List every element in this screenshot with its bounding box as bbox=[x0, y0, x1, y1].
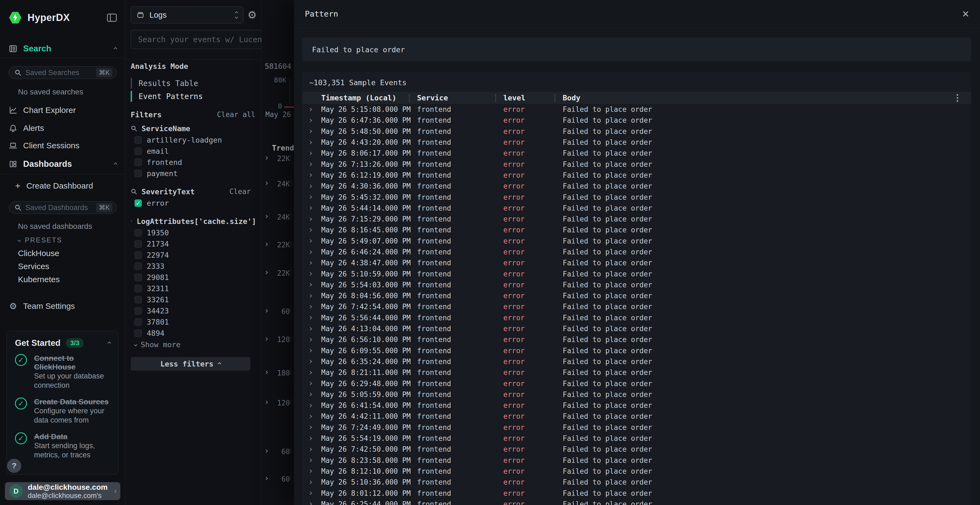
row-expander[interactable] bbox=[302, 240, 313, 242]
less-filters-button[interactable]: Less filters bbox=[130, 357, 250, 371]
chevron-right-icon[interactable] bbox=[264, 243, 268, 246]
row-expander[interactable] bbox=[302, 382, 313, 385]
row-expander[interactable] bbox=[302, 295, 313, 297]
create-dashboard-button[interactable]: + Create Dashboard bbox=[15, 179, 117, 192]
row-expander[interactable] bbox=[302, 284, 313, 286]
presets-toggle[interactable]: PRESETS bbox=[18, 236, 62, 244]
trend-row[interactable]: 60 bbox=[262, 447, 294, 456]
row-expander[interactable] bbox=[302, 141, 313, 144]
filter-option[interactable]: payment bbox=[126, 168, 256, 179]
row-expander[interactable] bbox=[302, 262, 313, 264]
table-row[interactable]: May 26 5:05:59.000 PMfrontenderrorFailed… bbox=[302, 389, 971, 400]
table-row[interactable]: May 26 5:10:36.000 PMfrontenderrorFailed… bbox=[302, 477, 971, 488]
user-account-chip[interactable]: D dale@clickhouse.com dale@clickhouse.co… bbox=[5, 482, 120, 500]
table-row[interactable]: May 26 5:56:44.000 PMfrontenderrorFailed… bbox=[302, 312, 971, 323]
trend-row[interactable]: 120 bbox=[262, 335, 294, 344]
row-expander[interactable] bbox=[302, 306, 313, 308]
search-icon[interactable] bbox=[130, 218, 132, 224]
filter-option[interactable]: 19350 bbox=[126, 227, 256, 238]
sidebar-item-dashboards[interactable]: Dashboards bbox=[9, 158, 117, 170]
table-row[interactable]: May 26 6:09:55.000 PMfrontenderrorFailed… bbox=[302, 345, 971, 356]
col-timestamp[interactable]: Timestamp (Local) bbox=[321, 94, 417, 102]
chevron-right-icon[interactable] bbox=[264, 477, 268, 480]
table-row[interactable]: May 26 6:12:19.000 PMfrontenderrorFailed… bbox=[302, 170, 971, 181]
sidebar-item-client-sessions[interactable]: Client Sessions bbox=[9, 139, 117, 152]
chevron-right-icon[interactable] bbox=[264, 400, 268, 404]
table-row[interactable]: May 26 5:49:07.000 PMfrontenderrorFailed… bbox=[302, 236, 971, 246]
clear-all-link[interactable]: Clear all bbox=[217, 110, 255, 119]
checkbox[interactable] bbox=[134, 318, 142, 326]
table-row[interactable]: May 26 8:01:12.000 PMfrontenderrorFailed… bbox=[302, 488, 971, 499]
row-expander[interactable] bbox=[302, 218, 313, 221]
table-row[interactable]: May 26 5:54:03.000 PMfrontenderrorFailed… bbox=[302, 279, 971, 290]
get-started-item[interactable]: ✓Add DataStart sending logs, metrics, or… bbox=[15, 432, 113, 460]
filter-option[interactable]: ✓error bbox=[126, 197, 256, 209]
table-row[interactable]: May 26 6:25:44.000 PMfrontenderrorFailed… bbox=[302, 499, 971, 505]
checkbox[interactable] bbox=[134, 136, 142, 144]
col-level[interactable]: level bbox=[503, 94, 563, 102]
close-icon[interactable]: × bbox=[962, 8, 969, 20]
table-row[interactable]: May 26 5:48:50.000 PMfrontenderrorFailed… bbox=[302, 126, 971, 137]
row-expander[interactable] bbox=[302, 152, 313, 154]
filter-option[interactable]: 32311 bbox=[126, 283, 256, 294]
table-row[interactable]: May 26 4:42:11.000 PMfrontenderrorFailed… bbox=[302, 411, 971, 422]
row-expander[interactable] bbox=[302, 503, 313, 505]
row-expander[interactable] bbox=[302, 338, 313, 341]
row-expander[interactable] bbox=[302, 174, 313, 176]
row-expander[interactable] bbox=[302, 470, 313, 472]
sidebar-item-team-settings[interactable]: ⚙ Team Settings bbox=[9, 300, 117, 312]
filter-group-clear-link[interactable]: Clear bbox=[229, 187, 251, 195]
checkbox[interactable] bbox=[134, 307, 142, 314]
checkbox[interactable] bbox=[134, 229, 142, 237]
row-expander[interactable] bbox=[302, 130, 313, 132]
table-row[interactable]: May 26 7:15:29.000 PMfrontenderrorFailed… bbox=[302, 214, 971, 224]
row-expander[interactable] bbox=[302, 316, 313, 319]
filter-option[interactable]: 34423 bbox=[126, 305, 256, 316]
table-row[interactable]: May 26 8:12:10.000 PMfrontenderrorFailed… bbox=[302, 466, 971, 477]
table-row[interactable]: May 26 5:15:08.000 PMfrontenderrorFailed… bbox=[302, 104, 971, 115]
table-options-kebab-icon[interactable] bbox=[956, 97, 958, 99]
table-row[interactable]: May 26 5:54:19.000 PMfrontenderrorFailed… bbox=[302, 433, 971, 444]
table-row[interactable]: May 26 6:46:24.000 PMfrontenderrorFailed… bbox=[302, 246, 971, 257]
row-expander[interactable] bbox=[302, 327, 313, 330]
chevron-right-icon[interactable] bbox=[264, 309, 268, 313]
chevron-up-icon[interactable] bbox=[114, 47, 117, 51]
table-row[interactable]: May 26 4:43:20.000 PMfrontenderrorFailed… bbox=[302, 137, 971, 148]
row-expander[interactable] bbox=[302, 404, 313, 407]
checkbox[interactable]: ✓ bbox=[134, 199, 142, 207]
filter-option[interactable]: frontend bbox=[126, 157, 256, 168]
table-row[interactable]: May 26 6:56:10.000 PMfrontenderrorFailed… bbox=[302, 334, 971, 345]
checkbox[interactable] bbox=[134, 170, 142, 177]
row-expander[interactable] bbox=[302, 119, 313, 122]
row-expander[interactable] bbox=[302, 196, 313, 199]
row-expander[interactable] bbox=[302, 492, 313, 494]
filter-option[interactable]: 21734 bbox=[126, 238, 256, 249]
row-expander[interactable] bbox=[302, 393, 313, 395]
checkbox[interactable] bbox=[134, 285, 142, 292]
filter-option[interactable]: 2333 bbox=[126, 260, 256, 272]
chevron-right-icon[interactable] bbox=[264, 337, 268, 341]
row-expander[interactable] bbox=[302, 481, 313, 483]
row-expander[interactable] bbox=[302, 229, 313, 231]
row-expander[interactable] bbox=[302, 459, 313, 462]
table-row[interactable]: May 26 8:16:45.000 PMfrontenderrorFailed… bbox=[302, 224, 971, 235]
chevron-up-icon[interactable] bbox=[114, 162, 117, 166]
chevron-right-icon[interactable] bbox=[264, 181, 268, 185]
table-row[interactable]: May 26 6:41:54.000 PMfrontenderrorFailed… bbox=[302, 400, 971, 411]
row-expander[interactable] bbox=[302, 426, 313, 429]
trend-row[interactable]: 22K bbox=[262, 154, 294, 163]
table-row[interactable]: May 26 6:47:36.000 PMfrontenderrorFailed… bbox=[302, 115, 971, 126]
table-row[interactable]: May 26 8:23:58.000 PMfrontenderrorFailed… bbox=[302, 455, 971, 466]
checkbox[interactable] bbox=[134, 240, 142, 248]
checkbox[interactable] bbox=[134, 251, 142, 259]
checkbox[interactable] bbox=[134, 148, 142, 155]
row-expander[interactable] bbox=[302, 415, 313, 418]
mode-results-table[interactable]: Results Table bbox=[130, 77, 198, 89]
filter-option[interactable]: artillery-loadgen bbox=[126, 134, 256, 146]
source-select[interactable]: Logs bbox=[130, 6, 243, 24]
mode-event-patterns[interactable]: Event Patterns bbox=[130, 91, 203, 102]
sidebar-collapse-icon[interactable] bbox=[107, 14, 117, 22]
trend-row[interactable]: 60 bbox=[262, 475, 294, 484]
get-started-item[interactable]: ✓Connect to ClickHouseSet up your databa… bbox=[15, 354, 113, 390]
trend-row[interactable]: 180 bbox=[262, 368, 294, 378]
